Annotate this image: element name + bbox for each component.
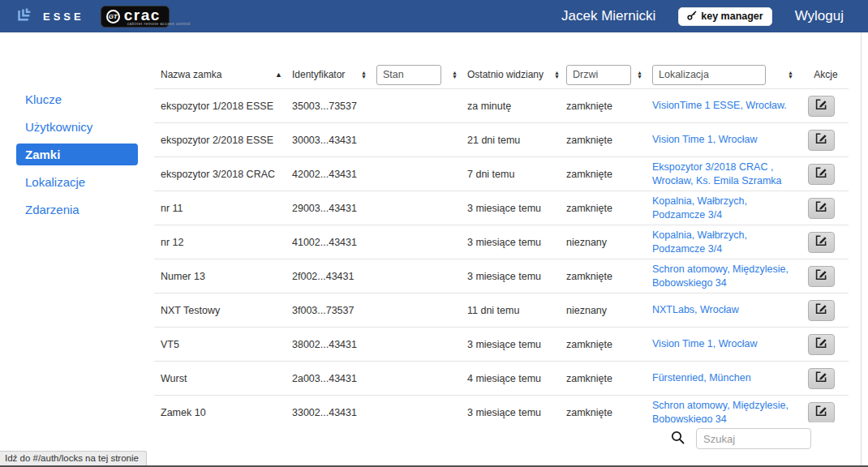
lock-name: Wurst bbox=[154, 373, 292, 384]
column-header-stan: ▲▼ bbox=[376, 65, 467, 85]
column-header-akcje: Akcje bbox=[803, 69, 849, 80]
edit-lock-button[interactable] bbox=[808, 96, 835, 117]
lock-name: Zamek 10 bbox=[154, 407, 292, 418]
door-state: zamknięte bbox=[566, 407, 652, 418]
edit-icon bbox=[815, 235, 827, 249]
table-row: ekspozytor 1/2018 ESSE 35003...73537 za … bbox=[154, 88, 849, 122]
lokalizacja-filter-input[interactable] bbox=[652, 65, 766, 85]
sidebar-item-label: Klucze bbox=[25, 92, 62, 106]
location-link[interactable]: Schron atomowy, Międzylesie, Bobowskiego… bbox=[652, 399, 793, 422]
edit-lock-button[interactable] bbox=[808, 198, 835, 219]
location-link[interactable]: VisionTime 1 ESSE, Wrocław. bbox=[652, 99, 793, 112]
door-state: zamknięte bbox=[566, 203, 652, 214]
edit-lock-button[interactable] bbox=[808, 232, 835, 253]
location-cell: NXTLabs, Wrocław bbox=[652, 303, 803, 316]
location-cell: Vision Time 1, Wrocław bbox=[652, 133, 803, 146]
edit-icon bbox=[815, 167, 827, 181]
location-cell: Fürstenried, München bbox=[652, 371, 803, 384]
key-manager-button[interactable]: key manager bbox=[678, 7, 771, 26]
location-link[interactable]: Kopalnia, Wałbrzych, Podzamcze 3/4 bbox=[652, 195, 793, 221]
edit-lock-button[interactable] bbox=[808, 368, 835, 389]
crac-logo: GT crac cabinet remote access control bbox=[101, 6, 170, 28]
sidebar-item-label: Użytkownicy bbox=[25, 120, 92, 134]
edit-lock-button[interactable] bbox=[808, 402, 835, 423]
table-row: ekspozytor 3/2018 CRAC 42002...43431 7 d… bbox=[154, 156, 849, 191]
edit-lock-button[interactable] bbox=[808, 164, 835, 185]
edit-lock-button[interactable] bbox=[808, 300, 835, 321]
location-link[interactable]: Ekspozytor 3/2018 CRAC , Wrocław, Ks. Em… bbox=[652, 161, 793, 187]
lock-id: 29003...43431 bbox=[292, 203, 376, 214]
user-name: Jacek Miernicki bbox=[561, 8, 655, 24]
location-link[interactable]: NXTLabs, Wrocław bbox=[652, 303, 793, 316]
table-row: nr 11 29003...43431 3 miesiące temu zamk… bbox=[154, 191, 849, 225]
navbar-logos: ESSE GT crac cabinet remote access contr… bbox=[16, 5, 170, 28]
edit-lock-button[interactable] bbox=[808, 334, 835, 355]
edit-icon bbox=[815, 337, 827, 351]
table-row: VT5 38002...43431 3 miesiące temu zamkni… bbox=[154, 327, 849, 361]
drzwi-filter-input[interactable] bbox=[566, 65, 631, 85]
stan-filter-input[interactable] bbox=[376, 65, 441, 85]
edit-icon bbox=[815, 371, 827, 385]
last-seen: 11 dni temu bbox=[467, 305, 566, 316]
lock-id: 41002...43431 bbox=[292, 237, 376, 248]
column-header-ostatnio-widziany[interactable]: Ostatnio widziany ▲▼ bbox=[467, 69, 566, 80]
actions-cell bbox=[803, 130, 849, 151]
table-row: NXT Testowy 3f003...73537 11 dni temu ni… bbox=[154, 293, 849, 327]
sort-both-icon: ▲▼ bbox=[554, 71, 560, 79]
column-header-nazwa-zamka[interactable]: Nazwa zamka ▲ bbox=[154, 69, 292, 80]
sidebar-item-klucze[interactable]: Klucze bbox=[16, 88, 138, 110]
location-link[interactable]: Kopalnia, Wałbrzych, Podzamcze 3/4 bbox=[652, 229, 793, 255]
sort-ascending-icon: ▲ bbox=[275, 71, 282, 79]
last-seen: 3 miesiące temu bbox=[467, 271, 566, 282]
lock-name: Numer 13 bbox=[154, 271, 292, 282]
column-label: Identyfikator bbox=[292, 69, 345, 80]
door-state: zamknięte bbox=[566, 135, 652, 146]
search-icon bbox=[671, 431, 685, 448]
last-seen: 3 miesiące temu bbox=[467, 407, 566, 418]
last-seen: 3 miesiące temu bbox=[467, 339, 566, 350]
location-cell: Kopalnia, Wałbrzych, Podzamcze 3/4 bbox=[652, 229, 803, 255]
actions-cell bbox=[803, 300, 849, 321]
location-link[interactable]: Fürstenried, München bbox=[652, 371, 793, 384]
lock-id: 2a003...43431 bbox=[292, 373, 376, 384]
lock-id: 2f002...43431 bbox=[292, 271, 376, 282]
sidebar-item-zdarzenia[interactable]: Zdarzenia bbox=[16, 199, 138, 221]
search-input[interactable] bbox=[696, 428, 811, 449]
page-right-edge bbox=[861, 32, 862, 465]
sidebar-item-zamki[interactable]: Zamki bbox=[16, 144, 138, 165]
table-body: ekspozytor 1/2018 ESSE 35003...73537 za … bbox=[154, 88, 849, 422]
sidebar-item-label: Zdarzenia bbox=[25, 203, 79, 216]
sort-both-icon: ▲▼ bbox=[452, 71, 458, 79]
key-manager-label: key manager bbox=[701, 11, 763, 22]
sidebar-item-uzytkownicy[interactable]: Użytkownicy bbox=[16, 116, 138, 138]
column-header-identyfikator[interactable]: Identyfikator ▲▼ bbox=[292, 69, 376, 80]
table-header-row: Nazwa zamka ▲ Identyfikator ▲▼ ▲▼ Ostatn… bbox=[154, 61, 849, 88]
sidebar-nav: Klucze Użytkownicy Zamki Lokalizacje Zda… bbox=[0, 32, 154, 226]
sort-both-icon: ▲▼ bbox=[361, 71, 367, 79]
location-link[interactable]: Vision Time 1, Wrocław bbox=[652, 337, 793, 350]
column-header-lokalizacja: ▲▼ bbox=[652, 65, 803, 85]
column-header-drzwi: ▲▼ bbox=[566, 65, 652, 85]
door-state: zamknięte bbox=[566, 169, 652, 180]
sort-both-icon: ▲▼ bbox=[637, 71, 642, 79]
column-label: Akcje bbox=[814, 69, 837, 80]
edit-lock-button[interactable] bbox=[808, 130, 835, 151]
edit-icon bbox=[815, 269, 827, 283]
sidebar-item-lokalizacje[interactable]: Lokalizacje bbox=[16, 171, 138, 193]
location-cell: VisionTime 1 ESSE, Wrocław. bbox=[652, 99, 803, 112]
table-row: Zamek 10 33002...43431 3 miesiące temu z… bbox=[154, 395, 849, 422]
edit-icon bbox=[815, 201, 827, 215]
column-label: Nazwa zamka bbox=[161, 69, 221, 80]
actions-cell bbox=[803, 164, 849, 185]
edit-lock-button[interactable] bbox=[808, 266, 835, 287]
logout-link[interactable]: Wyloguj bbox=[795, 8, 844, 24]
edit-icon bbox=[815, 99, 827, 113]
lock-name: ekspozytor 1/2018 ESSE bbox=[154, 101, 292, 112]
sidebar-item-label: Zamki bbox=[25, 148, 60, 161]
last-seen: 7 dni temu bbox=[467, 169, 566, 180]
key-icon bbox=[687, 11, 697, 23]
location-link[interactable]: Vision Time 1, Wrocław bbox=[652, 133, 793, 146]
lock-name: nr 11 bbox=[154, 203, 292, 214]
actions-cell bbox=[803, 334, 849, 355]
location-link[interactable]: Schron atomowy, Międzylesie, Bobowskiego… bbox=[652, 263, 793, 289]
